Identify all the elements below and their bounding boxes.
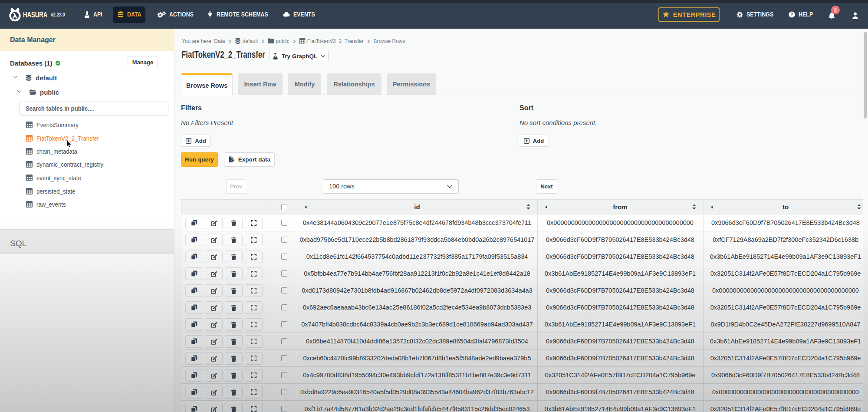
svg-text:?: ? — [790, 12, 793, 17]
